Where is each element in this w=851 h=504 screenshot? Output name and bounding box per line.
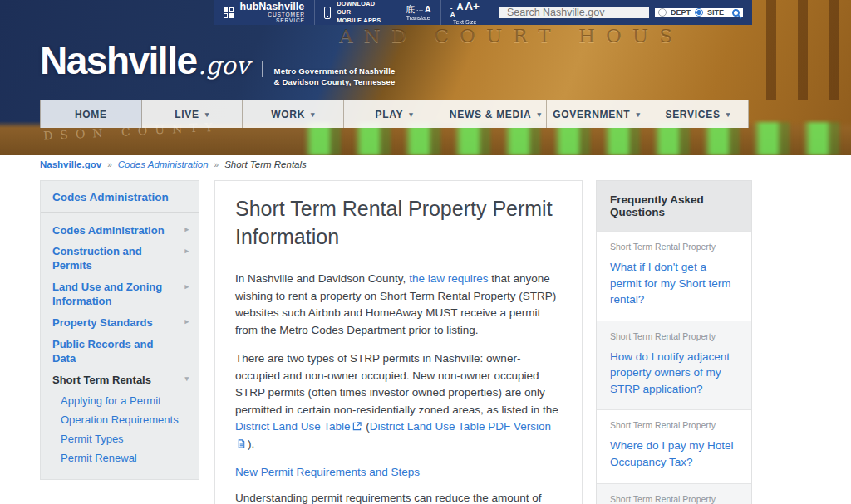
- faq-item: Short Term Rental Property Do homeowners…: [597, 483, 751, 504]
- district-land-use-table-link[interactable]: District Land Use Table: [235, 420, 351, 433]
- search-input[interactable]: [499, 7, 649, 18]
- hub-nashville-link[interactable]: hubNashville CUSTOMER SERVICE: [214, 0, 315, 25]
- translate-cjk-glyph: 底: [406, 5, 415, 14]
- sidebar-subitem-permit-renewal[interactable]: Permit Renewal: [41, 448, 199, 467]
- nav-label: SERVICES: [665, 109, 720, 120]
- translate-button[interactable]: 底 ⋯ A Translate: [396, 0, 441, 25]
- permit-types-paragraph: There are two types of STRP permits in N…: [235, 350, 562, 453]
- chevron-right-icon: ▸: [184, 282, 189, 292]
- hero-building-windows: [745, 0, 851, 100]
- chevron-down-icon: ▾: [537, 110, 541, 119]
- text-size-icon: -A A A+: [450, 1, 480, 18]
- nav-item-services[interactable]: SERVICES ▾: [647, 100, 749, 128]
- sidebar-item-property-standards[interactable]: Property Standards ▸: [41, 312, 199, 334]
- text-size-control[interactable]: -A A A+ Text Size: [441, 0, 489, 25]
- breadcrumb-separator: »: [214, 160, 219, 169]
- sidebar-item-construction-permits[interactable]: Construction and Permits ▸: [41, 242, 199, 277]
- mobile-apps-link[interactable]: DOWNLOAD OUR MOBILE APPS: [315, 0, 396, 25]
- text-size-label: Text Size: [453, 19, 476, 25]
- breadcrumb-home-link[interactable]: Nashville.gov: [40, 159, 101, 169]
- new-permit-requirements-link[interactable]: New Permit Requirements and Steps: [235, 466, 420, 478]
- faq-category: Short Term Rental Property: [610, 242, 738, 252]
- intro-paragraph: In Nashville and Davidson County, the la…: [235, 271, 562, 339]
- external-link-icon: [352, 422, 362, 431]
- top-utility-bar: hubNashville CUSTOMER SERVICE DOWNLOAD O…: [214, 0, 752, 25]
- sidebar-item-public-records[interactable]: Public Records and Data: [41, 334, 199, 369]
- faq-title: Frequently Asked Questions: [597, 181, 751, 231]
- sidebar-items: Codes Administration ▸ Construction and …: [41, 213, 199, 479]
- faq-question-link[interactable]: How do I notify adjacent property owners…: [610, 349, 738, 398]
- text-size-larger[interactable]: A+: [465, 1, 480, 12]
- sidebar-item-label: Land Use and Zoning Information: [52, 281, 162, 307]
- logo-gov: .gov: [199, 51, 250, 80]
- nav-item-government[interactable]: GOVERNMENT ▾: [547, 100, 648, 128]
- sidebar-subitem-applying-permit[interactable]: Applying for a Permit: [41, 391, 199, 410]
- site-search: DEPT SITE: [489, 0, 752, 25]
- chevron-down-icon: ▾: [311, 110, 315, 119]
- section-description: Understanding permit requirements can re…: [235, 490, 562, 504]
- sidebar-subitem-operation-requirements[interactable]: Operation Requirements: [41, 410, 199, 429]
- chevron-down-icon: ▾: [205, 110, 209, 119]
- mobile-apps-label: DOWNLOAD OUR MOBILE APPS: [337, 0, 386, 25]
- mobile-apps-line2: MOBILE APPS: [337, 17, 381, 24]
- chevron-down-icon: ▾: [726, 110, 730, 119]
- nav-label: HOME: [75, 109, 107, 120]
- nav-item-play[interactable]: PLAY ▾: [344, 100, 445, 128]
- breadcrumb-current: Short Term Rentals: [224, 159, 307, 169]
- nav-item-live[interactable]: LIVE ▾: [142, 100, 243, 128]
- logo-divider: |: [260, 58, 264, 78]
- sidebar-item-label: Property Standards: [52, 316, 153, 329]
- faq-question-link[interactable]: What if I don't get a permit for my Shor…: [610, 259, 738, 308]
- search-icon[interactable]: [732, 9, 740, 17]
- mobile-apps-line1: DOWNLOAD OUR: [337, 0, 375, 16]
- sidebar-item-label: Codes Administration: [52, 224, 165, 237]
- sidebar-item-label: Public Records and Data: [52, 338, 153, 365]
- faq-question-link[interactable]: Where do I pay my Hotel Occupancy Tax?: [610, 438, 738, 470]
- nav-label: GOVERNMENT: [553, 109, 630, 120]
- sidebar-item-short-term-rentals[interactable]: Short Term Rentals ▾: [41, 369, 199, 391]
- hub-nashville-icon: [224, 7, 234, 18]
- page-title: Short Term Rental Property Permit Inform…: [235, 195, 562, 251]
- main-article: Short Term Rental Property Permit Inform…: [214, 180, 583, 504]
- nav-label: NEWS & MEDIA: [450, 109, 532, 120]
- types-text: There are two types of STRP permits in N…: [235, 352, 558, 416]
- logo-tagline: Metro Government of Nashville & Davidson…: [274, 66, 396, 88]
- district-land-use-table-pdf-link[interactable]: District Land Use Table PDF Version: [370, 420, 551, 433]
- breadcrumb-separator: »: [107, 160, 112, 169]
- site-logo[interactable]: Nashville .gov | Metro Government of Nas…: [40, 42, 396, 88]
- text-size-reset[interactable]: A: [456, 2, 463, 12]
- nav-item-news-media[interactable]: NEWS & MEDIA ▾: [445, 100, 547, 128]
- intro-text: In Nashville and Davidson County,: [235, 272, 409, 285]
- dept-radio-label[interactable]: DEPT: [671, 8, 691, 17]
- types-text: (: [363, 420, 370, 433]
- left-sidebar: Codes Administration Codes Administratio…: [40, 180, 199, 480]
- sidebar-item-land-use-zoning[interactable]: Land Use and Zoning Information ▸: [41, 277, 199, 313]
- breadcrumb-codes-link[interactable]: Codes Administration: [118, 159, 209, 169]
- page: AND COURT HOUS DSON COUNTY hubNashville …: [0, 0, 851, 504]
- sidebar-item-codes-administration[interactable]: Codes Administration ▸: [41, 220, 199, 242]
- logo-tagline-line2: & Davidson County, Tennessee: [274, 77, 396, 86]
- nav-item-work[interactable]: WORK ▾: [243, 100, 344, 128]
- nav-label: WORK: [271, 109, 305, 120]
- chevron-right-icon: ▸: [184, 247, 189, 257]
- site-radio-label[interactable]: SITE: [707, 8, 724, 17]
- law-requires-link[interactable]: the law requires: [409, 272, 488, 285]
- translate-label: Translate: [406, 15, 430, 21]
- hub-nashville-text: hubNashville CUSTOMER SERVICE: [239, 2, 304, 24]
- translate-icon: 底 ⋯ A: [406, 5, 431, 14]
- site-radio[interactable]: [695, 8, 703, 17]
- sidebar-title[interactable]: Codes Administration: [41, 181, 199, 213]
- text-size-smaller[interactable]: -A: [450, 5, 455, 18]
- chevron-down-icon: ▾: [636, 110, 640, 119]
- main-navigation: HOME LIVE ▾ WORK ▾ PLAY ▾ NEWS & MEDIA ▾…: [40, 100, 749, 128]
- nav-label: PLAY: [375, 109, 403, 120]
- nav-item-home[interactable]: HOME: [40, 100, 142, 128]
- nav-label: LIVE: [175, 109, 199, 120]
- translate-latin-glyph: A: [425, 5, 431, 14]
- dept-radio[interactable]: [658, 8, 667, 17]
- breadcrumb: Nashville.gov » Codes Administration » S…: [40, 159, 307, 169]
- faq-item: Short Term Rental Property How do I noti…: [597, 321, 751, 410]
- sidebar-subitem-permit-types[interactable]: Permit Types: [41, 429, 199, 448]
- chevron-down-icon: ▾: [184, 374, 189, 384]
- logo-nashville: Nashville: [40, 42, 197, 80]
